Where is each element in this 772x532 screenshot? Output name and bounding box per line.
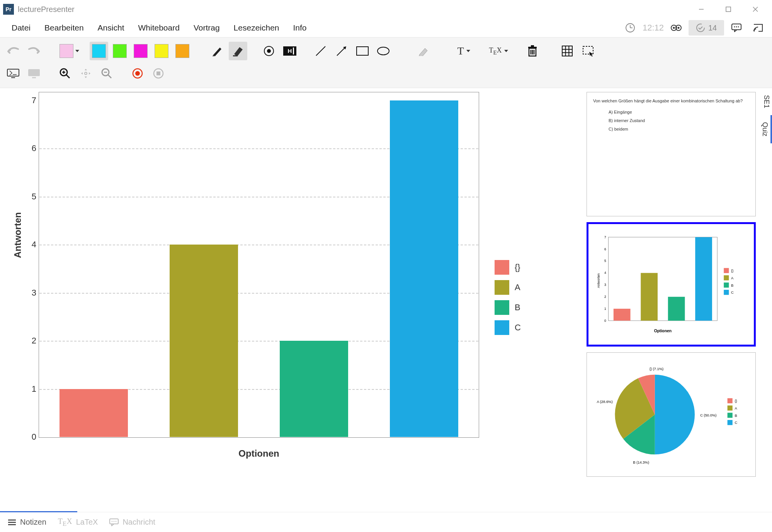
svg-line-24 <box>337 48 345 56</box>
menubar: Datei Bearbeiten Ansicht Whiteboard Vort… <box>0 19 772 37</box>
menu-info[interactable]: Info <box>286 20 314 36</box>
marker-icon <box>232 45 244 57</box>
pen-tool[interactable] <box>208 42 226 60</box>
color-quick-2[interactable] <box>131 42 150 60</box>
color-quick-4[interactable] <box>173 42 192 60</box>
thumb-pie-chart: {} (7.1%) A (28.6%) B (14.3%) C (50.0%) … <box>593 359 749 470</box>
zoom-in-icon <box>60 68 70 79</box>
latex-tool[interactable]: TEX <box>484 42 507 60</box>
arrow-tool[interactable] <box>332 42 351 60</box>
window-maximize-button[interactable] <box>715 0 742 19</box>
hamburger-icon <box>8 519 16 526</box>
svg-text:1: 1 <box>604 307 606 311</box>
menu-datei[interactable]: Datei <box>5 20 37 36</box>
svg-rect-49 <box>156 71 160 75</box>
grid-tool[interactable] <box>558 42 576 60</box>
text-highlight-icon: H <box>283 46 296 56</box>
svg-rect-25 <box>357 47 368 55</box>
stop-button[interactable] <box>149 64 168 83</box>
svg-rect-79 <box>728 406 733 411</box>
target-icon <box>264 46 274 56</box>
svg-rect-81 <box>728 413 733 418</box>
line-tool[interactable] <box>311 42 330 60</box>
slide-thumb-1[interactable]: Von welchen Größen hängt die Ausgabe ein… <box>587 92 756 216</box>
svg-text:7: 7 <box>604 235 606 239</box>
svg-point-90 <box>114 521 114 522</box>
rect-icon <box>356 46 369 56</box>
svg-rect-69 <box>724 282 729 287</box>
pan-button[interactable] <box>77 64 95 83</box>
cast-icon[interactable] <box>749 20 767 36</box>
svg-text:{}: {} <box>731 269 733 273</box>
selection-icon <box>582 46 594 56</box>
message-icon[interactable] <box>727 20 746 36</box>
pointer-tool[interactable] <box>260 42 278 60</box>
window-close-button[interactable] <box>742 0 769 19</box>
svg-text:{} (7.1%): {} (7.1%) <box>650 367 663 371</box>
participants-icon[interactable] <box>667 20 685 36</box>
svg-point-91 <box>116 521 116 522</box>
bottom-bar: Notizen TEX LaTeX Nachricht <box>0 512 772 532</box>
slide-thumb-2[interactable]: 01234567 Antworten Optionen {}ABC <box>587 222 756 347</box>
color-quick-1[interactable] <box>111 42 129 60</box>
eraser-icon <box>416 46 428 56</box>
color-current[interactable] <box>57 42 76 60</box>
menu-bearbeiten[interactable]: Bearbeiten <box>37 20 91 36</box>
zoom-out-icon <box>101 68 112 79</box>
highlighter-tool[interactable] <box>229 42 247 60</box>
eraser-tool[interactable] <box>413 42 431 60</box>
line-icon <box>315 45 327 57</box>
undo-button[interactable] <box>4 42 22 60</box>
svg-point-16 <box>754 31 755 32</box>
svg-rect-36 <box>28 69 40 76</box>
svg-rect-22 <box>293 48 294 54</box>
text-tool[interactable]: T <box>451 42 470 60</box>
record-button[interactable] <box>128 64 147 83</box>
text-highlight-tool[interactable]: H <box>281 42 299 60</box>
color-quick-0[interactable] <box>90 42 108 60</box>
svg-rect-33 <box>583 46 593 54</box>
svg-point-89 <box>112 521 112 522</box>
svg-text:2: 2 <box>604 295 606 299</box>
app-title: lecturePresenter <box>18 5 75 14</box>
delete-tool[interactable] <box>523 42 542 60</box>
quiz-counter[interactable]: 14 <box>689 20 724 36</box>
bottom-tab-notes[interactable]: Notizen <box>8 518 46 527</box>
zoom-in-button[interactable] <box>56 64 74 83</box>
svg-point-9 <box>673 27 675 29</box>
counter-value: 14 <box>708 24 717 32</box>
menu-whiteboard[interactable]: Whiteboard <box>131 20 186 36</box>
tex-icon: TEX <box>58 517 72 528</box>
checkmark-icon <box>696 23 705 32</box>
display-primary[interactable] <box>4 64 22 83</box>
window-minimize-button[interactable] <box>688 0 715 19</box>
clock-icon[interactable] <box>621 20 639 36</box>
svg-rect-65 <box>724 268 729 273</box>
bottom-tab-latex[interactable]: TEX LaTeX <box>58 517 98 528</box>
main-canvas[interactable]: Antworten 01234567 Optionen {}ABC <box>0 88 583 512</box>
svg-rect-60 <box>641 273 658 320</box>
display-secondary[interactable] <box>25 64 43 83</box>
side-tab-se1[interactable]: SE1 <box>760 88 772 115</box>
select-tool[interactable] <box>579 42 597 60</box>
svg-point-11 <box>697 24 704 32</box>
x-axis-label: Optionen <box>39 448 479 459</box>
ellipse-tool[interactable] <box>374 42 393 60</box>
svg-rect-77 <box>728 398 733 403</box>
svg-point-26 <box>377 47 389 55</box>
menu-lesezeichen[interactable]: Lesezeichen <box>227 20 286 36</box>
svg-rect-34 <box>7 69 19 76</box>
svg-text:Antworten: Antworten <box>597 273 600 288</box>
menu-ansicht[interactable]: Ansicht <box>91 20 131 36</box>
monitor-outline-icon <box>7 68 20 78</box>
menu-vortrag[interactable]: Vortrag <box>187 20 227 36</box>
redo-button[interactable] <box>25 42 43 60</box>
slide-thumb-3[interactable]: {} (7.1%) A (28.6%) B (14.3%) C (50.0%) … <box>587 352 756 477</box>
color-quick-3[interactable] <box>152 42 171 60</box>
bottom-tab-message[interactable]: Nachricht <box>109 518 155 527</box>
side-tab-quiz[interactable]: Quiz <box>760 115 772 143</box>
current-color-swatch <box>60 44 73 58</box>
pen-icon <box>211 45 223 57</box>
rect-tool[interactable] <box>353 42 372 60</box>
zoom-out-button[interactable] <box>97 64 116 83</box>
